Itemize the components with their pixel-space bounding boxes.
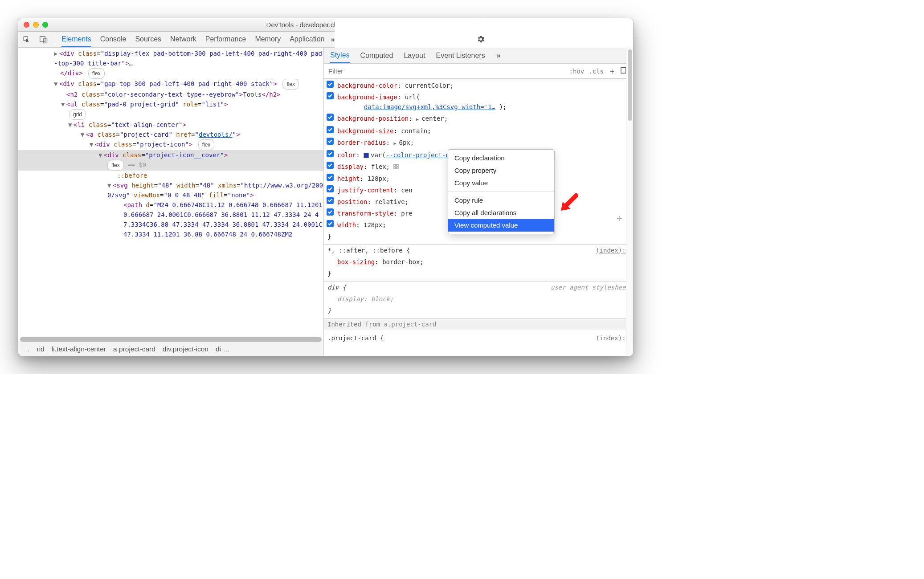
subtab-event-listeners[interactable]: Event Listeners: [436, 52, 485, 60]
new-rule-icon[interactable]: ＋: [608, 66, 616, 77]
breadcrumb: … rid li.text-align-center a.project-car…: [18, 342, 323, 356]
checkbox-icon[interactable]: [327, 126, 334, 133]
tree-row[interactable]: ▼<li class="text-align-center">: [18, 120, 323, 130]
ctx-copy-all[interactable]: Copy all declarations: [448, 207, 554, 219]
source-link[interactable]: (index):1: [596, 333, 630, 343]
add-declaration-icon[interactable]: ＋: [614, 213, 624, 223]
dom-tree[interactable]: ▶<div class="display-flex pad-bottom-300…: [18, 48, 323, 342]
css-rule[interactable]: .project-card { (index):1: [324, 332, 633, 344]
checkbox-icon[interactable]: [327, 185, 334, 192]
css-declaration[interactable]: display: block;: [324, 293, 633, 305]
css-declaration[interactable]: border-radius: ▶ 6px;: [324, 137, 633, 149]
flex-badge[interactable]: flex: [198, 139, 215, 150]
css-property: justify-content: [337, 187, 393, 194]
horizontal-scrollbar[interactable]: [20, 337, 322, 342]
subtab-layout[interactable]: Layout: [404, 52, 425, 60]
vertical-scrollbar[interactable]: [626, 48, 633, 356]
flex-badge[interactable]: flex: [107, 160, 124, 171]
toolbar-divider: [481, 18, 481, 29]
flex-editor-icon[interactable]: [393, 162, 401, 172]
css-property: position: [337, 198, 367, 205]
tabs-overflow-icon[interactable]: »: [331, 36, 335, 44]
checkbox-icon[interactable]: [327, 114, 334, 121]
css-value: 128px;: [364, 221, 386, 228]
css-property: background-image: [337, 94, 397, 101]
subtab-styles[interactable]: Styles: [330, 48, 350, 63]
tree-row[interactable]: <path d="M24 0.666748C11.12 0.666748 0.6…: [18, 200, 323, 239]
css-rule[interactable]: div { user agent stylesheet: [324, 281, 633, 293]
tab-memory[interactable]: Memory: [255, 32, 281, 47]
expand-icon[interactable]: ▶: [416, 117, 421, 122]
tree-row[interactable]: ▶<div class="display-flex pad-bottom-300…: [18, 49, 323, 68]
checkbox-icon[interactable]: [327, 174, 334, 181]
css-value: contain;: [401, 127, 431, 135]
css-rule[interactable]: *, ::after, ::before { (index):1: [324, 245, 633, 256]
cls-toggle[interactable]: .cls: [589, 68, 604, 75]
grid-badge[interactable]: grid: [69, 109, 86, 120]
crumb[interactable]: div.project-icon: [163, 345, 209, 353]
tab-sources[interactable]: Sources: [135, 32, 161, 47]
color-swatch-icon[interactable]: [364, 153, 369, 158]
tree-row[interactable]: ::before: [18, 171, 323, 180]
elements-pane: ▶<div class="display-flex pad-bottom-300…: [18, 48, 324, 356]
crumb[interactable]: a.project-card: [113, 345, 155, 353]
expand-icon[interactable]: ▶: [393, 141, 399, 146]
hov-toggle[interactable]: :hov: [569, 68, 585, 75]
crumb-truncate[interactable]: …: [23, 345, 30, 353]
crumb[interactable]: di …: [216, 345, 230, 353]
tab-console[interactable]: Console: [100, 32, 127, 47]
tree-row[interactable]: ▼<ul class="pad-0 project-grid" role="li…: [18, 99, 323, 109]
svg-rect-11: [397, 167, 398, 169]
checkbox-icon[interactable]: [327, 150, 334, 157]
tab-network[interactable]: Network: [170, 32, 196, 47]
ctx-copy-declaration[interactable]: Copy declaration: [448, 152, 554, 164]
sidebar-tabs: Styles Computed Layout Event Listeners »: [324, 48, 633, 64]
tab-elements[interactable]: Elements: [61, 32, 91, 47]
crumb[interactable]: rid: [37, 345, 45, 353]
gear-icon[interactable]: [476, 35, 485, 45]
css-declaration[interactable]: background-image: url(data:image/svg+xml…: [324, 91, 633, 113]
checkbox-icon[interactable]: [327, 220, 334, 227]
device-toggle-icon[interactable]: [35, 36, 52, 44]
ctx-separator: [448, 192, 554, 192]
tree-row[interactable]: ▼<svg height="48" width="48" xmlns="http…: [18, 180, 323, 200]
styles-list[interactable]: background-color: currentColor;backgroun…: [324, 79, 633, 356]
tree-row[interactable]: ▼<a class="project-card" href="devtools/…: [18, 130, 323, 139]
checkbox-icon[interactable]: [327, 92, 334, 99]
rule-close: }: [324, 305, 633, 316]
tab-performance[interactable]: Performance: [205, 32, 246, 47]
styles-filter-input[interactable]: [328, 67, 565, 75]
source-link[interactable]: (index):1: [596, 245, 630, 255]
ctx-copy-rule[interactable]: Copy rule: [448, 194, 554, 207]
css-property: background-size: [337, 127, 393, 135]
tree-row-selected[interactable]: ⋯ ▼<div class="project-icon__cover"> fle…: [18, 150, 323, 171]
ctx-copy-value[interactable]: Copy value: [448, 177, 554, 189]
subtab-computed[interactable]: Computed: [360, 52, 393, 60]
css-declaration[interactable]: background-color: currentColor;: [324, 80, 633, 91]
crumb[interactable]: li.text-align-center: [52, 345, 106, 353]
tree-row[interactable]: ▼<div class="gap-top-300 pad-left-400 pa…: [18, 79, 323, 90]
css-declaration[interactable]: background-position: ▶ center;: [324, 113, 633, 125]
inspect-icon[interactable]: [18, 36, 35, 44]
tree-row[interactable]: </div> flex: [18, 68, 323, 79]
tab-application[interactable]: Application: [290, 32, 324, 47]
css-property: border-radius: [337, 139, 386, 146]
checkbox-icon[interactable]: [327, 138, 334, 145]
annotation-arrow-icon: [558, 193, 579, 213]
checkbox-icon[interactable]: [327, 208, 334, 216]
checkbox-icon[interactable]: [327, 197, 334, 204]
css-declaration[interactable]: background-size: contain;: [324, 125, 633, 137]
svg-rect-8: [394, 164, 396, 166]
checkbox-icon[interactable]: [327, 162, 334, 169]
data-url-link[interactable]: data:image/svg+xml,%3Csvg width='1…: [364, 103, 495, 110]
subtabs-overflow-icon[interactable]: »: [497, 52, 501, 60]
ctx-copy-property[interactable]: Copy property: [448, 164, 554, 177]
tree-row[interactable]: ▼<div class="project-icon"> flex: [18, 139, 323, 150]
tree-row[interactable]: <h2 class="color-secondary-text type--ey…: [18, 90, 323, 99]
flex-badge[interactable]: flex: [88, 68, 105, 79]
tree-row[interactable]: grid: [18, 109, 323, 120]
checkbox-icon[interactable]: [327, 81, 334, 88]
ctx-view-computed[interactable]: View computed value: [448, 219, 554, 232]
css-declaration[interactable]: box-sizing: border-box;: [324, 256, 633, 268]
flex-badge[interactable]: flex: [282, 79, 299, 90]
